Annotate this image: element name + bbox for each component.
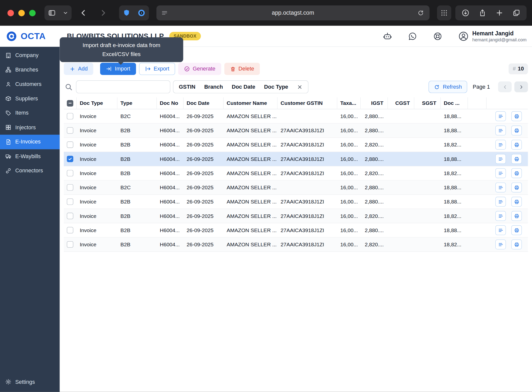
sidebar-item-customers[interactable]: Customers bbox=[0, 77, 60, 91]
row-checkbox[interactable] bbox=[67, 170, 73, 176]
close-window-button[interactable] bbox=[7, 10, 14, 16]
row-details-button[interactable] bbox=[495, 225, 506, 235]
row-details-button[interactable] bbox=[495, 168, 506, 178]
export-icon bbox=[145, 66, 151, 72]
chevron-down-icon[interactable] bbox=[59, 5, 71, 20]
row-checkbox[interactable] bbox=[67, 127, 73, 134]
row-print-button[interactable] bbox=[511, 211, 522, 221]
prev-page-button[interactable] bbox=[498, 81, 512, 92]
col-igst[interactable]: IGST bbox=[361, 97, 388, 109]
row-checkbox[interactable] bbox=[67, 241, 73, 248]
help-lifebuoy-icon[interactable] bbox=[433, 31, 442, 41]
delete-button[interactable]: Delete bbox=[224, 63, 260, 75]
zoom-window-button[interactable] bbox=[29, 10, 36, 16]
row-details-button[interactable] bbox=[495, 183, 506, 193]
row-details-button[interactable] bbox=[495, 197, 506, 207]
page-settings-icon[interactable] bbox=[161, 9, 168, 16]
col-doc-no[interactable]: Doc No bbox=[157, 97, 184, 109]
row-print-button[interactable] bbox=[511, 140, 522, 150]
grid-icon[interactable] bbox=[437, 5, 451, 20]
table-row[interactable]: Invoice B2B H6004... 26-09-2025 AMAZON S… bbox=[64, 166, 528, 180]
row-checkbox[interactable] bbox=[67, 213, 73, 219]
filter-chip-gstin[interactable]: GSTIN bbox=[179, 84, 196, 90]
table-row[interactable]: Invoice B2B H6004... 26-09-2025 AMAZON S… bbox=[64, 152, 528, 166]
whatsapp-icon[interactable] bbox=[408, 31, 417, 41]
password-extension-icon[interactable] bbox=[134, 5, 149, 20]
tab-overview-icon[interactable] bbox=[509, 5, 524, 20]
cell-doc-type: Invoice bbox=[77, 227, 117, 233]
table-row[interactable]: Invoice B2C H6004... 26-09-2025 AMAZON S… bbox=[64, 181, 528, 195]
row-details-button[interactable] bbox=[495, 240, 506, 250]
row-print-button[interactable] bbox=[511, 154, 522, 164]
row-checkbox[interactable] bbox=[67, 113, 73, 120]
forward-button[interactable] bbox=[95, 5, 111, 20]
col-doc-date[interactable]: Doc Date bbox=[184, 97, 224, 109]
table-row[interactable]: Invoice B2B H6004... 26-09-2025 AMAZON S… bbox=[64, 195, 528, 209]
add-button[interactable]: Add bbox=[64, 63, 93, 75]
row-details-button[interactable] bbox=[495, 111, 506, 121]
sidebar-item-e-waybills[interactable]: E-Waybills bbox=[0, 149, 60, 164]
row-details-button[interactable] bbox=[495, 126, 506, 135]
sidebar-item-e-invoices[interactable]: E-Invoices bbox=[0, 135, 60, 149]
filter-chip-doc-type[interactable]: Doc Type bbox=[264, 84, 288, 90]
clear-filters-button[interactable] bbox=[297, 84, 303, 90]
row-checkbox[interactable] bbox=[67, 198, 73, 205]
assistant-bot-icon[interactable] bbox=[383, 31, 392, 41]
row-print-button[interactable] bbox=[511, 183, 522, 193]
row-print-button[interactable] bbox=[511, 126, 522, 135]
row-details-button[interactable] bbox=[495, 211, 506, 221]
col-doc-type[interactable]: Doc Type bbox=[77, 97, 117, 109]
col-customer-gstin[interactable]: Customer GSTIN bbox=[277, 97, 337, 109]
col-cgst[interactable]: CGST bbox=[388, 97, 414, 109]
refresh-button[interactable]: Refresh bbox=[429, 81, 467, 93]
table-row[interactable]: Invoice B2B H6004... 26-09-2025 AMAZON S… bbox=[64, 124, 528, 138]
sidebar-item-company[interactable]: Company bbox=[0, 48, 60, 63]
select-all-checkbox[interactable] bbox=[67, 100, 73, 106]
reload-icon[interactable] bbox=[416, 8, 425, 18]
sidebar-item-settings[interactable]: Settings bbox=[0, 375, 60, 389]
back-button[interactable] bbox=[76, 5, 91, 20]
shield-extension-icon[interactable] bbox=[119, 5, 134, 20]
row-checkbox[interactable] bbox=[67, 156, 73, 162]
row-checkbox[interactable] bbox=[67, 227, 73, 233]
row-print-button[interactable] bbox=[511, 225, 522, 235]
row-print-button[interactable] bbox=[511, 197, 522, 207]
table-row[interactable]: Invoice B2B H6004... 26-09-2025 AMAZON S… bbox=[64, 238, 528, 252]
col-customer-name[interactable]: Customer Name bbox=[224, 97, 278, 109]
url-bar[interactable]: app.octagst.com bbox=[156, 5, 430, 20]
row-print-button[interactable] bbox=[511, 240, 522, 250]
sidebar-item-items[interactable]: Items bbox=[0, 106, 60, 120]
row-checkbox[interactable] bbox=[67, 141, 73, 148]
filter-chip-branch[interactable]: Branch bbox=[204, 84, 223, 90]
row-print-button[interactable] bbox=[511, 111, 522, 121]
new-tab-icon[interactable] bbox=[492, 5, 507, 20]
filter-chip-doc-date[interactable]: Doc Date bbox=[232, 84, 255, 90]
table-row[interactable]: Invoice B2B H6004... 26-09-2025 AMAZON S… bbox=[64, 223, 528, 237]
table-row[interactable]: Invoice B2C H6004... 26-09-2025 AMAZON S… bbox=[64, 109, 528, 124]
next-page-button[interactable] bbox=[514, 81, 528, 92]
url-text[interactable]: app.octagst.com bbox=[156, 9, 430, 16]
sidebar-item-injectors[interactable]: Injectors bbox=[0, 120, 60, 135]
row-print-button[interactable] bbox=[511, 168, 522, 178]
row-checkbox[interactable] bbox=[67, 184, 73, 191]
search-input[interactable] bbox=[76, 80, 170, 93]
row-details-button[interactable] bbox=[495, 140, 506, 150]
row-details-button[interactable] bbox=[495, 154, 506, 164]
table-row[interactable]: Invoice B2B H6004... 26-09-2025 AMAZON S… bbox=[64, 138, 528, 152]
minimize-window-button[interactable] bbox=[18, 10, 25, 16]
downloads-icon[interactable] bbox=[458, 5, 473, 20]
col-taxable[interactable]: Taxa... bbox=[337, 97, 361, 109]
sidebar-item-connectors[interactable]: Connectors bbox=[0, 164, 60, 178]
table-row[interactable]: Invoice B2B H6004... 26-09-2025 AMAZON S… bbox=[64, 209, 528, 223]
col-sgst[interactable]: SGST bbox=[414, 97, 441, 109]
col-type[interactable]: Type bbox=[117, 97, 157, 109]
sidebar-item-branches[interactable]: Branches bbox=[0, 63, 60, 77]
sidebar-item-suppliers[interactable]: Suppliers bbox=[0, 91, 60, 106]
browser-sidebar-icon[interactable] bbox=[44, 5, 59, 20]
generate-button[interactable]: Generate bbox=[178, 63, 221, 75]
share-icon[interactable] bbox=[475, 5, 490, 20]
col-doc-total[interactable]: Doc ... bbox=[441, 97, 468, 109]
user-menu[interactable]: Hemant Jangid hemant.jangid@gmail.com bbox=[458, 30, 527, 42]
cell-doc-no: H6004... bbox=[157, 113, 184, 119]
export-button[interactable]: Export bbox=[139, 63, 175, 75]
